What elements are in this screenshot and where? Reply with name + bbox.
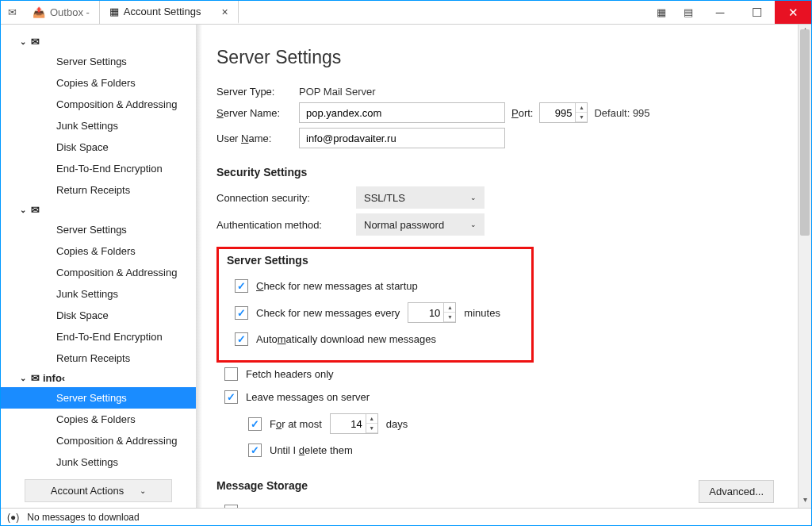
check-every-label-pre: Check for new messages every xyxy=(256,307,400,319)
close-icon[interactable]: × xyxy=(221,6,228,18)
sidebar-item-junk[interactable]: Junk Settings xyxy=(1,115,196,136)
auto-download-checkbox[interactable] xyxy=(235,332,248,346)
leave-on-server-label: Leave messages on server xyxy=(246,391,370,403)
server-name-input[interactable] xyxy=(299,102,505,123)
scrollbar[interactable]: ▴ ▾ xyxy=(798,25,811,508)
main-area: ⌄ ✉ Server Settings Copies & Folders Com… xyxy=(1,25,811,508)
spin-down-icon[interactable]: ▼ xyxy=(444,313,455,322)
content-wrap: Server Settings Server Type: POP Mail Se… xyxy=(196,25,811,508)
sidebar-item-server-settings[interactable]: Server Settings xyxy=(1,51,196,72)
spin-down-icon[interactable]: ▼ xyxy=(576,113,587,122)
sidebar-item-server-settings[interactable]: Server Settings xyxy=(1,219,196,240)
sidebar-item-return-receipts[interactable]: Return Receipts xyxy=(1,179,196,201)
server-type-label: Server Type: xyxy=(216,86,293,98)
conn-security-dropdown[interactable]: SSL/TLS ⌄ xyxy=(356,186,485,209)
chevron-down-icon: ⌄ xyxy=(470,221,477,228)
tasks-icon[interactable]: ▤ xyxy=(675,1,702,24)
empty-trash-checkbox[interactable] xyxy=(224,505,238,508)
sidebar-item-disk-space[interactable]: Disk Space xyxy=(1,305,196,326)
check-every-stepper[interactable]: ▲▼ xyxy=(408,302,456,323)
calendar-icon[interactable]: ▦ xyxy=(648,1,675,24)
tab-account-settings[interactable]: ▦ Account Settings × xyxy=(100,1,239,24)
for-at-most-label-pre: For at most xyxy=(270,418,322,430)
dropdown-value: Normal password xyxy=(364,219,444,231)
scroll-thumb[interactable] xyxy=(800,29,810,236)
server-settings-heading: Server Settings xyxy=(227,254,523,267)
tab-label: Outbox - xyxy=(50,6,90,18)
for-at-most-checkbox[interactable] xyxy=(248,417,262,431)
for-at-most-label-post: days xyxy=(386,418,408,430)
mail-icon: ✉ xyxy=(31,36,40,48)
sidebar-item-composition[interactable]: Composition & Addressing xyxy=(1,94,196,115)
server-type-value: POP Mail Server xyxy=(299,86,376,98)
port-input[interactable] xyxy=(540,107,575,119)
close-button[interactable]: ✕ xyxy=(775,1,811,24)
titlebar-spacer xyxy=(239,1,648,24)
port-label: Port: xyxy=(511,107,533,119)
status-message: No messages to download xyxy=(27,512,139,523)
until-delete-label: Until I delete them xyxy=(270,444,353,456)
mail-icon: ✉ xyxy=(31,204,40,216)
message-storage-heading: Message Storage xyxy=(216,479,782,492)
spin-up-icon[interactable]: ▲ xyxy=(366,414,377,424)
scroll-down-icon[interactable]: ▾ xyxy=(799,495,811,508)
sidebar-item-e2e[interactable]: End-To-End Encryption xyxy=(1,158,196,179)
user-name-label: User Name: xyxy=(216,132,293,144)
chevron-down-icon: ⌄ xyxy=(20,374,28,382)
maximize-button[interactable]: ☐ xyxy=(738,1,775,24)
sidebar-item-copies-folders[interactable]: Copies & Folders xyxy=(1,409,196,430)
check-every-label-post: minutes xyxy=(464,307,500,319)
sidebar-item-server-settings[interactable]: Server Settings xyxy=(1,387,196,409)
sidebar-item-composition[interactable]: Composition & Addressing xyxy=(1,430,196,451)
account-actions-label: Account Actions xyxy=(51,485,124,497)
sidebar-item-return-receipts[interactable]: Return Receipts xyxy=(1,347,196,369)
check-every-checkbox[interactable] xyxy=(235,306,248,320)
account-label: info‹ xyxy=(43,372,65,384)
highlight-box: Server Settings Check for new messages a… xyxy=(216,247,534,363)
default-port: Default: 995 xyxy=(594,107,649,119)
for-at-most-input[interactable] xyxy=(331,418,366,430)
sidebar-item-composition[interactable]: Composition & Addressing xyxy=(1,262,196,283)
mail-icon: ✉ xyxy=(31,372,40,384)
statusbar: (●) No messages to download xyxy=(1,508,811,525)
minimize-button[interactable]: ─ xyxy=(702,1,738,24)
sidebar-item-copies-folders[interactable]: Copies & Folders xyxy=(1,72,196,94)
chevron-down-icon: ⌄ xyxy=(140,486,146,495)
advanced-button[interactable]: Advanced... xyxy=(699,480,774,503)
account-sidebar: ⌄ ✉ Server Settings Copies & Folders Com… xyxy=(1,25,196,508)
fetch-headers-checkbox[interactable] xyxy=(224,367,238,381)
chevron-down-icon: ⌄ xyxy=(470,194,477,202)
spin-up-icon[interactable]: ▲ xyxy=(576,103,587,113)
security-heading: Security Settings xyxy=(216,166,782,179)
fetch-headers-label: Fetch headers only xyxy=(246,368,334,380)
account-actions-button[interactable]: Account Actions ⌄ xyxy=(25,479,172,502)
account-header-1[interactable]: ⌄ ✉ xyxy=(1,33,196,51)
dropdown-value: SSL/TLS xyxy=(364,192,405,204)
leave-on-server-checkbox[interactable] xyxy=(224,390,238,404)
for-at-most-stepper[interactable]: ▲▼ xyxy=(330,413,378,434)
until-delete-checkbox[interactable] xyxy=(248,443,262,457)
user-name-input[interactable] xyxy=(299,128,505,148)
settings-content: Server Settings Server Type: POP Mail Se… xyxy=(196,25,798,508)
tab-label: Account Settings xyxy=(124,6,201,17)
tab-outbox[interactable]: 📤 Outbox - xyxy=(23,1,100,24)
titlebar: ✉ 📤 Outbox - ▦ Account Settings × ▦ ▤ ─ … xyxy=(1,1,811,25)
port-stepper[interactable]: ▲▼ xyxy=(539,102,588,123)
sidebar-item-disk-space[interactable]: Disk Space xyxy=(1,136,196,158)
check-every-input[interactable] xyxy=(408,307,443,319)
auth-method-dropdown[interactable]: Normal password ⌄ xyxy=(356,213,485,236)
check-startup-checkbox[interactable] xyxy=(235,279,248,293)
sidebar-item-e2e[interactable]: End-To-End Encryption xyxy=(1,326,196,347)
app-icon: ✉ xyxy=(1,1,23,24)
spin-down-icon[interactable]: ▼ xyxy=(366,424,377,433)
empty-trash-label: Empty Trash on Exit xyxy=(246,505,338,508)
sidebar-item-junk[interactable]: Junk Settings xyxy=(1,283,196,305)
spin-up-icon[interactable]: ▲ xyxy=(444,303,455,313)
server-name-label: Server Name: xyxy=(216,107,293,119)
sidebar-item-junk[interactable]: Junk Settings xyxy=(1,451,196,473)
conn-security-label: Connection security: xyxy=(216,192,350,204)
sidebar-item-copies-folders[interactable]: Copies & Folders xyxy=(1,240,196,262)
inbox-icon: 📤 xyxy=(33,6,45,18)
account-header-2[interactable]: ⌄ ✉ xyxy=(1,201,196,219)
account-header-info[interactable]: ⌄ ✉ info‹ xyxy=(1,369,196,387)
